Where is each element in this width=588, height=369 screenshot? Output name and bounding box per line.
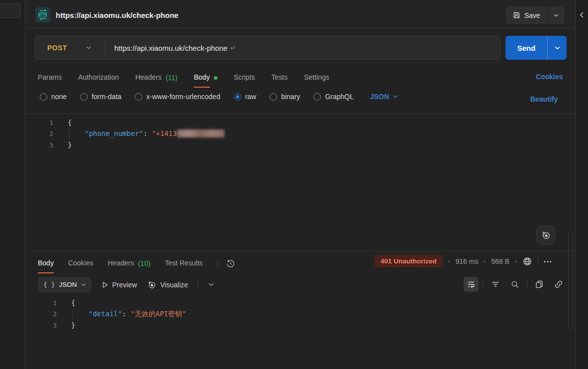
tab-settings[interactable]: Settings	[304, 67, 329, 88]
response-headers-count: (10)	[138, 259, 150, 267]
send-options-button[interactable]	[548, 36, 567, 60]
separator-dot	[448, 260, 450, 262]
wrap-text-icon	[467, 280, 476, 289]
right-sidebar-rail	[575, 0, 588, 369]
response-tools-right	[464, 277, 566, 292]
code-line-1: {	[68, 119, 72, 126]
sidebar-collapsed-item[interactable]	[0, 3, 21, 18]
app-window: HTTP https://api.xiaomu.uk/check-phone S…	[0, 0, 588, 369]
divider	[198, 281, 198, 289]
beautify-link[interactable]: Beautify	[530, 95, 558, 103]
headers-count: (11)	[166, 73, 178, 82]
line-number: 2	[33, 310, 57, 318]
radio-form-data[interactable]: form-data	[80, 93, 121, 101]
request-title: https://api.xiaomu.uk/check-phone	[56, 11, 179, 19]
search-icon	[510, 280, 519, 289]
tab-scripts[interactable]: Scripts	[234, 67, 255, 88]
save-label: Save	[524, 11, 540, 19]
play-outline-icon	[101, 281, 108, 288]
visualize-button[interactable]: Visualize	[147, 280, 188, 289]
search-button[interactable]	[507, 277, 522, 292]
response-tabs-extra	[217, 253, 235, 268]
response-history-icon[interactable]	[226, 259, 235, 268]
collapse-panel-icon[interactable]	[580, 12, 584, 18]
tab-authorization[interactable]: Authorization	[78, 67, 119, 88]
filter-icon	[491, 280, 500, 289]
braces-icon: { }	[43, 281, 55, 288]
copy-button[interactable]	[532, 277, 547, 292]
separator-dot	[515, 260, 517, 262]
response-tab-test-results[interactable]: Test Results	[165, 253, 202, 273]
link-button[interactable]	[551, 277, 566, 292]
send-button[interactable]: Send	[505, 36, 548, 60]
url-input[interactable]: https://api.xiaomu.uk/check-phone	[114, 44, 228, 52]
save-icon	[513, 11, 520, 19]
radio-graphql[interactable]: GraphQL	[313, 93, 354, 101]
radio-circle	[80, 93, 88, 101]
divider	[538, 257, 538, 265]
link-icon	[554, 280, 563, 289]
redacted-phone-number	[177, 129, 224, 137]
code-line-3: }	[68, 141, 72, 149]
tab-body[interactable]: Body	[194, 67, 217, 88]
line-number: 1	[33, 299, 57, 307]
request-tabs: Params Authorization Headers(11) Body Sc…	[38, 67, 329, 88]
save-options-button[interactable]	[548, 6, 565, 24]
body-modified-dot	[214, 76, 217, 80]
svg-text:HTTP: HTTP	[39, 13, 47, 17]
tab-headers[interactable]: Headers(11)	[135, 67, 178, 88]
radio-circle-selected	[234, 93, 241, 101]
radio-none[interactable]: none	[40, 93, 67, 101]
request-header-bar: HTTP https://api.xiaomu.uk/check-phone S…	[26, 0, 575, 29]
code-line-2: "phone_number": "+1413	[85, 129, 224, 137]
code-line-3: }	[71, 321, 75, 329]
preview-button[interactable]: Preview	[101, 281, 137, 289]
chevron-down-icon	[554, 14, 559, 17]
separator-dot	[484, 260, 486, 262]
code-line-2: "detail": "无效的API密钥"	[89, 310, 186, 319]
postbot-sparkle-icon	[541, 230, 551, 240]
radio-x-www-form-urlencoded[interactable]: x-www-form-urlencoded	[135, 93, 220, 101]
response-format-select[interactable]: { } JSON	[38, 277, 92, 292]
postbot-button[interactable]	[536, 226, 555, 245]
line-number: 3	[29, 141, 53, 149]
send-button-group: Send	[505, 36, 567, 60]
response-top-divider	[26, 251, 575, 251]
json-key: "detail"	[89, 310, 122, 318]
network-globe-icon[interactable]	[522, 256, 532, 266]
response-more-button[interactable]: •••	[544, 258, 553, 264]
toolbar-chevron-down-icon[interactable]	[208, 283, 214, 286]
response-tab-cookies[interactable]: Cookies	[68, 253, 94, 273]
raw-format-select[interactable]: JSON	[370, 93, 398, 101]
response-size[interactable]: 568 B	[491, 257, 509, 265]
response-toolbar: { } JSON Preview Visualize	[38, 277, 214, 292]
method-chevron-down-icon[interactable]	[86, 46, 91, 49]
chevron-down-icon	[555, 46, 560, 50]
line-number: 2	[29, 130, 53, 137]
radio-raw[interactable]: raw	[234, 93, 257, 101]
response-tab-headers[interactable]: Headers(10)	[108, 253, 151, 273]
status-badge[interactable]: 401 Unauthorized	[375, 255, 443, 267]
wrap-text-button[interactable]	[464, 277, 479, 292]
tab-params[interactable]: Params	[38, 67, 62, 88]
save-button[interactable]: Save	[506, 6, 548, 24]
chevron-down-icon	[81, 283, 86, 286]
indent-guide	[73, 311, 73, 321]
radio-circle	[313, 93, 321, 101]
indent-guide	[69, 130, 70, 140]
response-time[interactable]: 916 ms	[456, 257, 479, 265]
method-selector[interactable]: POST	[47, 44, 67, 52]
radio-binary[interactable]: binary	[270, 93, 300, 101]
visualize-sparkle-icon	[147, 280, 156, 289]
filter-button[interactable]	[488, 277, 503, 292]
cookies-link[interactable]: Cookies	[536, 73, 563, 81]
chevron-down-icon	[393, 95, 398, 98]
request-url-bar: POST https://api.xiaomu.uk/check-phone ↵	[35, 36, 500, 60]
response-tab-body[interactable]: Body	[38, 253, 54, 273]
left-sidebar-rail	[0, 0, 25, 369]
editor-scrollbar[interactable]	[569, 232, 573, 329]
line-number: 1	[29, 119, 53, 126]
response-status-cluster: 401 Unauthorized 916 ms 568 B •••	[375, 255, 553, 267]
radio-circle	[40, 93, 47, 101]
tab-tests[interactable]: Tests	[271, 67, 288, 88]
